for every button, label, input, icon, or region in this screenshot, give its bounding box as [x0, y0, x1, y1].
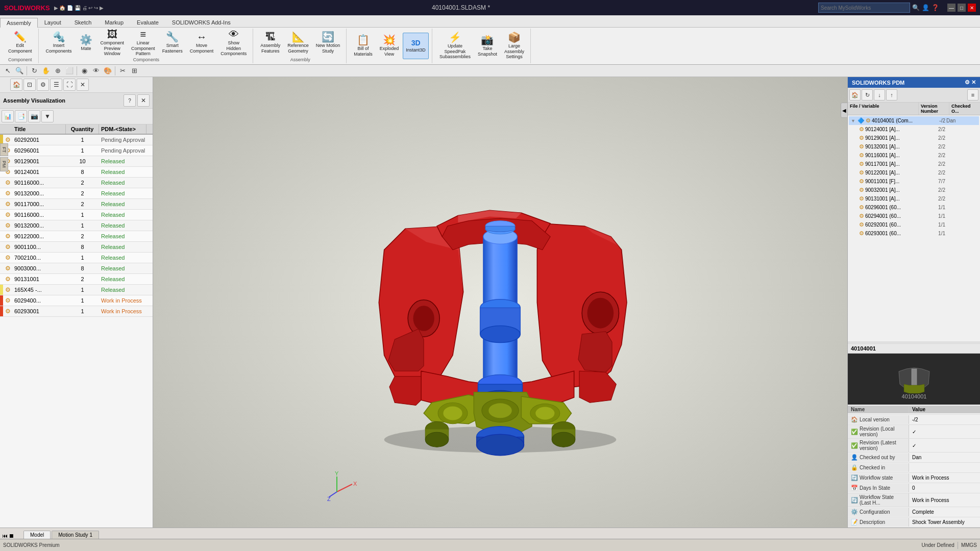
tab-markup[interactable]: Markup: [98, 17, 130, 27]
camera-icon-btn[interactable]: 📷: [28, 110, 40, 122]
tab-sketch[interactable]: Sketch: [68, 17, 99, 27]
show-hidden-button[interactable]: 👁 ShowHiddenComponents: [217, 30, 250, 56]
assembly-features-button[interactable]: 🏗 AssemblyFeatures: [257, 30, 283, 56]
panel-settings-button[interactable]: ⚙: [37, 79, 49, 91]
pdm-tree-item[interactable]: ⚙ 90124001 [A]... 2/2: [849, 125, 979, 134]
table-row[interactable]: ⚙ 9001100... 8 Released: [0, 242, 153, 253]
minimize-button[interactable]: —: [947, 4, 955, 12]
table-row[interactable]: ⚙ 60296001 1 Pending Approval: [0, 145, 153, 156]
pdm-tree-item[interactable]: ⚙ 60292001 (60... 1/1: [849, 220, 979, 229]
model-tab[interactable]: Model: [23, 531, 51, 539]
mate-button[interactable]: ⚙️ Mate: [76, 30, 96, 56]
pdm-tree-item[interactable]: ⚙ 90122001 [A]... 2/2: [849, 168, 979, 177]
view-setting-button[interactable]: ⊞: [129, 65, 140, 77]
stop-button[interactable]: ⏹: [9, 533, 14, 539]
pdm-tree-item[interactable]: ⚙ 60293001 (60... 1/1: [849, 229, 979, 238]
table-row[interactable]: ⚙ 60292001 1 Pending Approval: [0, 135, 153, 145]
table-row[interactable]: ⚙ 90129001 10 Released: [0, 156, 153, 167]
title-col-header[interactable]: Title: [12, 124, 66, 134]
large-assembly-settings-button[interactable]: 📦 LargeAssemblySettings: [501, 33, 527, 59]
table-row[interactable]: ⚙ 60293001 1 Work in Process: [0, 306, 153, 317]
move-component-button[interactable]: ↔️ MoveComponent: [187, 30, 217, 56]
viewport[interactable]: X Y Z: [153, 77, 847, 528]
smart-fasteners-button[interactable]: 🔧 SmartFasteners: [159, 30, 186, 56]
edit-component-button[interactable]: ✏️ EditComponent: [5, 30, 35, 56]
linear-pattern-button[interactable]: ≡ LinearComponentPattern: [128, 30, 158, 56]
instant3d-button[interactable]: 3D Instant3D: [403, 33, 429, 59]
chart-icon-btn[interactable]: 📊: [2, 110, 14, 122]
component-preview-button[interactable]: 🖼 ComponentPreviewWindow: [97, 30, 128, 56]
display-style-button[interactable]: ◉: [79, 65, 90, 77]
filter-icon-btn[interactable]: ▼: [41, 110, 54, 122]
pdm-tree-item[interactable]: ⚙ 90116001 [A]... 2/2: [849, 151, 979, 160]
pdm-home-btn[interactable]: 🏠: [849, 89, 861, 101]
cursor-tool-button[interactable]: ↖: [2, 65, 13, 77]
table-row[interactable]: ⚙ 6029400... 1 Work in Process: [0, 295, 153, 306]
reference-geometry-button[interactable]: 📐 ReferenceGeometry: [284, 30, 312, 56]
svg-text:X: X: [353, 481, 357, 487]
exploded-view-button[interactable]: 💥 ExplodedView: [377, 33, 402, 59]
table-row[interactable]: ⚙ 90124001 8 Released: [0, 167, 153, 178]
hide-show-button[interactable]: 👁: [90, 65, 102, 77]
zoom-in-out-button[interactable]: ⊕: [52, 65, 63, 77]
pdm-tree-item[interactable]: ⚙ 90032001 [A]... 2/2: [849, 186, 979, 194]
close-assembly-vis-button[interactable]: ✕: [137, 94, 150, 107]
zoom-tool-button[interactable]: 🔍: [14, 65, 25, 77]
table-row[interactable]: ⚙ 90116000... 2 Released: [0, 178, 153, 188]
table-row[interactable]: ⚙ 9003000... 8 Released: [0, 263, 153, 274]
zoom-fit-button[interactable]: ⊡: [23, 79, 36, 91]
pdm-refresh-btn[interactable]: ↻: [862, 89, 873, 101]
edit-appearance-button[interactable]: 🎨: [102, 65, 113, 77]
pdm-collapse-button[interactable]: ◀: [841, 103, 848, 118]
panel-expand-button[interactable]: ⛶: [63, 79, 76, 91]
pan-view-button[interactable]: ✋: [40, 65, 52, 77]
search-input[interactable]: [818, 3, 910, 13]
pdm-checkout-btn[interactable]: ↑: [886, 89, 897, 101]
new-motion-study-button[interactable]: 🔄 New MotionStudy: [313, 30, 344, 56]
table-row[interactable]: ⚙ 90132000... 1 Released: [0, 220, 153, 231]
insert-components-button[interactable]: 🔩 InsertComponents: [43, 30, 75, 56]
pdm-tree-item[interactable]: ⚙ 90131001 [A]... 2/2: [849, 194, 979, 203]
table-row[interactable]: ⚙ 90116000... 1 Released: [0, 210, 153, 220]
pdm-tree-item[interactable]: ⚙ 90132001 [A]... 2/2: [849, 142, 979, 151]
close-panel-button[interactable]: ✕: [77, 79, 89, 91]
bill-of-materials-button[interactable]: 📋 Bill ofMaterials: [351, 33, 376, 59]
tab-addins[interactable]: SOLIDWORKS Add-Ins: [165, 17, 237, 27]
qty-col-header[interactable]: Quantity: [66, 124, 99, 134]
pdm-tree-item[interactable]: ⚙ 90011001 [F]... 7/7: [849, 177, 979, 186]
maximize-button[interactable]: □: [958, 4, 966, 12]
column-settings-button[interactable]: ☰: [50, 79, 62, 91]
table-row[interactable]: ⚙ 90117000... 2 Released: [0, 199, 153, 210]
rotate-view-button[interactable]: ↻: [29, 65, 40, 77]
spreadsheet-icon-btn[interactable]: 📑: [15, 110, 27, 122]
table-row[interactable]: ⚙ 165X45 -... 1 Released: [0, 285, 153, 295]
state-col-header[interactable]: PDM-<State>: [99, 124, 146, 134]
pdm-tree-item[interactable]: ⚙ 60296001 (60... 1/1: [849, 203, 979, 212]
pdm-layout-btn[interactable]: ≡: [967, 89, 978, 101]
table-row[interactable]: ⚙ 90122000... 2 Released: [0, 231, 153, 242]
pdm-tree-item[interactable]: ⚙ 60294001 (60... 1/1: [849, 212, 979, 220]
table-row[interactable]: ⚙ 90132000... 2 Released: [0, 188, 153, 199]
table-row[interactable]: ⚙ 90131001 2 Released: [0, 274, 153, 285]
feature-tree-icon[interactable]: FT: [0, 143, 8, 156]
play-button[interactable]: ⏮: [2, 533, 8, 539]
pdm-checkin-btn[interactable]: ↓: [874, 89, 885, 101]
help-button[interactable]: ?: [124, 94, 136, 107]
pdm-close-button[interactable]: ✕: [971, 79, 976, 86]
pdm-tree-item[interactable]: ⚙ 90117001 [A]... 2/2: [849, 160, 979, 168]
close-button[interactable]: ✕: [968, 4, 976, 12]
update-speedpak-button[interactable]: ⚡ UpdateSpeedPakSubassemblies: [436, 33, 474, 59]
take-snapshot-button[interactable]: 📸 TakeSnapshot: [475, 33, 500, 59]
table-row[interactable]: ⚙ 7002100... 1 Released: [0, 253, 153, 263]
tab-assembly[interactable]: Assembly: [0, 18, 38, 28]
tab-layout[interactable]: Layout: [38, 17, 68, 27]
motion-study-tab[interactable]: Motion Study 1: [52, 531, 99, 539]
pdm-root-item[interactable]: ▼ 🔷 ⚙ 40104001 (Com... -/2 Dan: [849, 116, 979, 125]
pdm-tree-item[interactable]: ⚙ 90129001 [A]... 2/2: [849, 134, 979, 142]
tab-evaluate[interactable]: Evaluate: [130, 17, 165, 27]
standard-views-button[interactable]: ⬜: [64, 65, 75, 77]
home-view-button[interactable]: 🏠: [10, 79, 22, 91]
pdm-settings-button[interactable]: ⚙: [965, 79, 970, 86]
property-manager-icon[interactable]: PM: [0, 157, 8, 171]
section-view-button[interactable]: ✂: [117, 65, 128, 77]
